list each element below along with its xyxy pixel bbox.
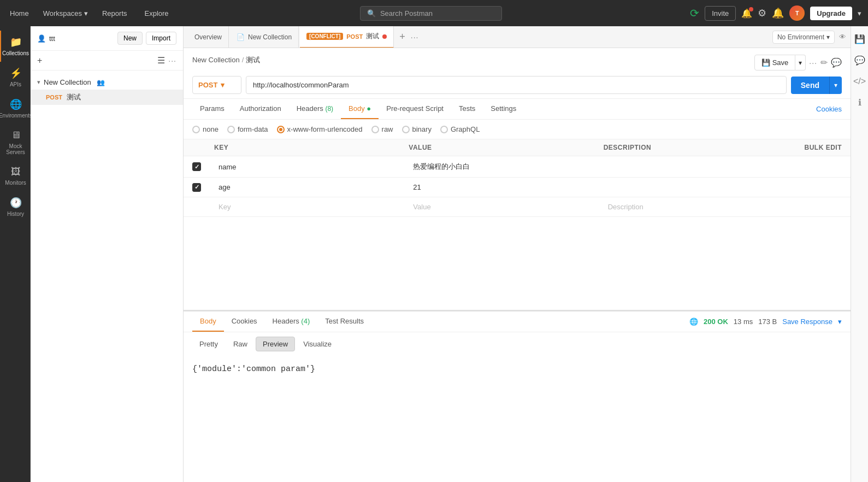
tab-conflict[interactable]: [CONFLICT] POST 测试 xyxy=(300,26,394,48)
response-tab-test-results[interactable]: Test Results xyxy=(317,311,371,332)
send-button-group: Send ▾ xyxy=(791,77,842,94)
body-options: none form-data x-www-form-urlencoded raw… xyxy=(184,120,851,139)
avatar[interactable]: T xyxy=(789,5,805,21)
comment-icon[interactable]: 💬 xyxy=(831,57,842,68)
send-dropdown-button[interactable]: ▾ xyxy=(829,77,842,94)
radio-raw xyxy=(371,126,379,133)
row2-value[interactable]: 21 xyxy=(409,181,603,193)
response-body-content: {'module':'common param'} xyxy=(192,365,315,374)
tab-new-collection[interactable]: 📄 New Collection xyxy=(230,26,299,48)
right-chat-icon[interactable]: 💬 xyxy=(852,53,867,68)
notification-icon[interactable]: 🔔 xyxy=(741,8,752,19)
bell-icon[interactable]: 🔔 xyxy=(772,7,784,19)
body-option-none[interactable]: none xyxy=(192,125,219,133)
sidebar-item-monitors[interactable]: 🖼 Monitors xyxy=(0,161,31,191)
save-dropdown-button[interactable]: ▾ xyxy=(795,55,806,70)
response-body: {'module':'common param'} xyxy=(184,356,851,482)
list-item[interactable]: POST 测试 xyxy=(31,90,183,105)
tab-headers[interactable]: Headers (8) xyxy=(289,99,341,119)
cookies-link[interactable]: Cookies xyxy=(816,105,842,113)
request-row: POST ▾ Send ▾ xyxy=(192,76,842,94)
collections-icon: 📁 xyxy=(10,36,22,48)
save-button[interactable]: 💾 Save xyxy=(754,55,796,70)
tab-body[interactable]: Body ● xyxy=(341,99,379,119)
new-button[interactable]: New xyxy=(117,32,143,45)
panel-options-icon[interactable]: ··· xyxy=(168,56,176,65)
nav-reports[interactable]: Reports xyxy=(99,7,131,20)
tab-authorization[interactable]: Authorization xyxy=(232,99,289,119)
response-tab-cookies[interactable]: Cookies xyxy=(224,311,265,332)
row1-check[interactable]: ✓ xyxy=(192,162,214,171)
sidebar-item-collections[interactable]: 📁 Collections xyxy=(0,31,31,62)
add-tab-icon[interactable]: + xyxy=(395,31,410,43)
response-tab-body[interactable]: Body xyxy=(192,311,224,332)
row2-description[interactable] xyxy=(604,185,798,190)
view-tab-visualize[interactable]: Visualize xyxy=(296,337,339,351)
settings-icon[interactable]: ⚙ xyxy=(758,7,766,19)
tabs-right: No Environment ▾ 👁 xyxy=(772,31,846,44)
icon-sidebar: 📁 Collections ⚡ APIs 🌐 Environments 🖥 Mo… xyxy=(0,26,31,482)
th-key: KEY xyxy=(214,144,409,151)
row2-key[interactable]: age xyxy=(214,181,409,193)
save-response-dropdown-icon[interactable]: ▾ xyxy=(838,318,842,326)
right-save-icon[interactable]: 💾 xyxy=(852,32,867,46)
right-code-icon[interactable]: </> xyxy=(851,74,868,89)
breadcrumb-separator: / xyxy=(242,56,244,64)
right-info-icon[interactable]: ℹ xyxy=(856,95,864,110)
view-tab-pretty[interactable]: Pretty xyxy=(192,337,225,351)
body-option-graphql[interactable]: GraphQL xyxy=(440,125,480,133)
conflict-dot xyxy=(382,34,387,39)
save-response-button[interactable]: Save Response xyxy=(782,318,832,326)
tab-overview[interactable]: Overview xyxy=(188,26,229,48)
row3-value[interactable]: Value xyxy=(409,201,603,213)
nav-explore[interactable]: Explore xyxy=(141,7,172,20)
bulk-edit-button[interactable]: Bulk Edit xyxy=(805,144,842,151)
row1-value[interactable]: 热爱编程的小白白 xyxy=(409,160,603,174)
method-label: POST xyxy=(198,81,217,89)
row2-check[interactable]: ✓ xyxy=(192,183,214,192)
edit-icon[interactable]: ✏ xyxy=(820,57,828,68)
row1-description[interactable] xyxy=(604,164,798,169)
eye-icon[interactable]: 👁 xyxy=(839,33,846,41)
nav-home[interactable]: Home xyxy=(7,7,32,20)
env-select[interactable]: No Environment ▾ xyxy=(772,31,835,44)
row3-key[interactable]: Key xyxy=(214,201,409,213)
body-option-raw[interactable]: raw xyxy=(371,125,393,133)
nav-workspaces[interactable]: Workspaces ▾ xyxy=(43,9,88,17)
method-select[interactable]: POST ▾ xyxy=(192,76,241,94)
sidebar-item-apis[interactable]: ⚡ APIs xyxy=(0,62,31,93)
search-bar[interactable]: 🔍 Search Postman xyxy=(360,6,502,21)
upgrade-dropdown-icon[interactable]: ▾ xyxy=(858,9,861,17)
tab-params[interactable]: Params xyxy=(192,99,232,119)
tabs-more-icon[interactable]: ··· xyxy=(411,33,419,42)
tab-tests[interactable]: Tests xyxy=(451,99,483,119)
request-more-icon[interactable]: ··· xyxy=(809,58,817,67)
sidebar-item-mock-servers[interactable]: 🖥 Mock Servers xyxy=(0,124,31,161)
collection-item[interactable]: ▾ New Collection 👥 xyxy=(31,75,183,90)
tab-pre-request-script[interactable]: Pre-request Script xyxy=(379,99,451,119)
main-layout: 📁 Collections ⚡ APIs 🌐 Environments 🖥 Mo… xyxy=(0,26,868,482)
tab-settings[interactable]: Settings xyxy=(483,99,524,119)
body-option-form-data[interactable]: form-data xyxy=(227,125,268,133)
chevron-down-icon: ▾ xyxy=(37,79,40,86)
invite-button[interactable]: Invite xyxy=(705,6,736,21)
upgrade-button[interactable]: Upgrade xyxy=(810,7,852,20)
row1-key[interactable]: name xyxy=(214,161,409,173)
response-tab-headers[interactable]: Headers (4) xyxy=(265,311,318,332)
add-icon[interactable]: + xyxy=(37,56,42,66)
th-description: DESCRIPTION xyxy=(604,144,798,151)
apis-icon: ⚡ xyxy=(10,67,22,79)
filter-icon[interactable]: ☰ xyxy=(157,55,165,66)
body-option-urlencoded[interactable]: x-www-form-urlencoded xyxy=(277,125,363,133)
view-tab-raw[interactable]: Raw xyxy=(226,337,255,351)
body-option-binary[interactable]: binary xyxy=(402,125,432,133)
url-input[interactable] xyxy=(246,76,787,94)
send-button[interactable]: Send xyxy=(791,77,829,94)
import-button[interactable]: Import xyxy=(146,32,176,45)
row3-description[interactable]: Description xyxy=(604,201,798,213)
sync-icon[interactable]: ⟳ xyxy=(690,7,699,20)
header-actions: 💾 Save ▾ ··· ✏ 💬 xyxy=(754,55,842,70)
view-tab-preview[interactable]: Preview xyxy=(256,337,295,351)
sidebar-item-history[interactable]: 🕐 History xyxy=(0,191,31,222)
sidebar-item-environments[interactable]: 🌐 Environments xyxy=(0,93,31,124)
